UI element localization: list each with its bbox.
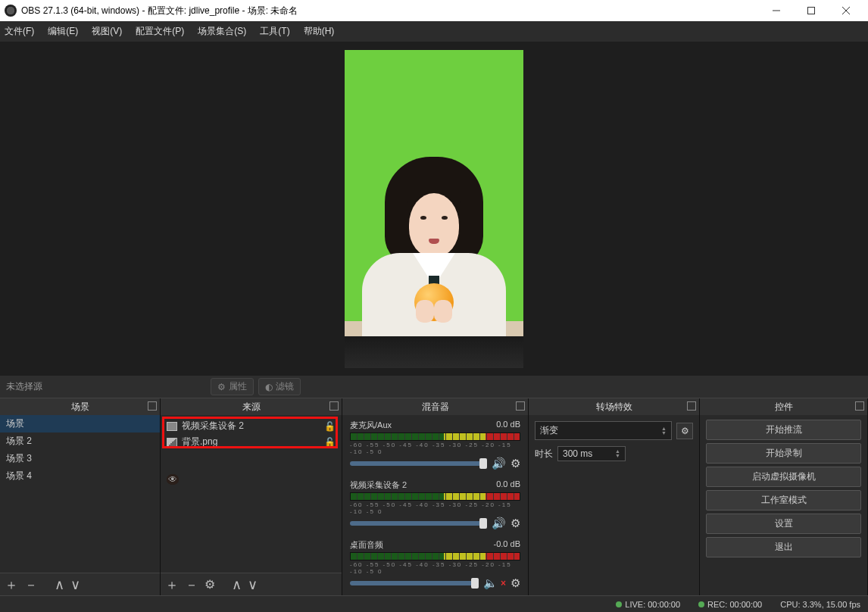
speaker-muted-icon[interactable]: 🔈 — [483, 576, 498, 590]
obs-app-icon — [5, 5, 17, 17]
exit-button[interactable]: 退出 — [706, 537, 861, 557]
chevron-updown-icon: ▲▼ — [615, 449, 620, 458]
rec-dot-icon — [698, 601, 704, 607]
lock-toggle[interactable]: 🔓 — [323, 437, 336, 448]
sources-footer: ＋ － ⚙ ∧ ∨ — [161, 573, 342, 595]
scene-down-button[interactable]: ∨ — [70, 576, 80, 593]
scenes-footer: ＋ － ∧ ∨ — [0, 573, 160, 595]
window-titlebar: OBS 27.1.3 (64-bit, windows) - 配置文件: jdl… — [0, 0, 868, 21]
db-ticks: -60 -55 -50 -45 -40 -35 -30 -25 -20 -15 … — [350, 561, 520, 575]
menu-view[interactable]: 视图(V) — [92, 25, 122, 38]
scenes-list[interactable]: 场景 场景 2 场景 3 场景 4 — [0, 415, 160, 573]
remove-source-button[interactable]: － — [185, 576, 198, 594]
transition-select[interactable]: 渐变 ▲▼ — [535, 421, 672, 440]
volume-slider[interactable] — [350, 581, 479, 585]
vu-meter — [350, 492, 520, 501]
mixer-channel: 视频采集设备 20.0 dB -60 -55 -50 -45 -40 -35 -… — [350, 479, 520, 530]
duration-spinbox[interactable]: 300 ms ▲▼ — [557, 446, 626, 461]
popout-icon[interactable] — [329, 401, 339, 411]
channel-db: 0.0 dB — [496, 420, 520, 431]
settings-button[interactable]: 设置 — [706, 514, 861, 534]
source-item[interactable]: 视频采集设备 2 👁 🔓 — [161, 418, 342, 434]
window-maximize-button[interactable] — [794, 0, 829, 21]
menu-file[interactable]: 文件(F) — [5, 25, 34, 38]
popout-icon[interactable] — [855, 401, 864, 411]
source-up-button[interactable]: ∧ — [232, 576, 242, 593]
menu-edit[interactable]: 编辑(E) — [48, 25, 78, 38]
vu-meter — [350, 432, 520, 441]
speaker-icon[interactable]: 🔊 — [492, 457, 506, 470]
popout-icon[interactable] — [148, 401, 157, 411]
db-ticks: -60 -55 -50 -45 -40 -35 -30 -25 -20 -15 … — [350, 442, 520, 455]
image-icon — [167, 438, 177, 447]
menu-profile[interactable]: 配置文件(P) — [136, 25, 184, 38]
docks-row: 场景 场景 场景 2 场景 3 场景 4 ＋ － ∧ ∨ 来源 视频采集设备 — [0, 398, 868, 595]
volume-slider[interactable] — [350, 521, 487, 526]
controls-dock: 控件 开始推流 开始录制 启动虚拟摄像机 工作室模式 设置 退出 — [700, 398, 868, 595]
sources-list[interactable]: 视频采集设备 2 👁 🔓 背景.png 👁 🔓 — [161, 415, 342, 573]
cpu-fps-readout: CPU: 3.3%, 15.00 fps — [780, 600, 860, 609]
gear-icon: ⚙ — [681, 426, 689, 436]
scenes-header[interactable]: 场景 — [0, 398, 160, 415]
channel-name: 麦克风/Aux — [350, 420, 392, 431]
preview-person — [362, 157, 506, 336]
speaker-icon[interactable]: 🔊 — [492, 517, 506, 530]
channel-name: 桌面音频 — [350, 539, 383, 551]
sources-dock: 来源 视频采集设备 2 👁 🔓 背景.png 👁 🔓 — [161, 398, 342, 595]
live-dot-icon — [616, 601, 622, 607]
add-source-button[interactable]: ＋ — [165, 576, 179, 594]
source-item[interactable]: 背景.png 👁 🔓 — [161, 434, 342, 450]
filters-icon: ◐ — [265, 382, 273, 392]
scenes-dock: 场景 场景 场景 2 场景 3 场景 4 ＋ － ∧ ∨ — [0, 398, 161, 595]
source-properties-button[interactable]: ⚙ 属性 — [211, 378, 254, 395]
source-properties-icon[interactable]: ⚙ — [205, 577, 215, 592]
svg-rect-1 — [808, 8, 815, 14]
channel-db: 0.0 dB — [496, 479, 520, 491]
mute-x-icon: × — [501, 578, 506, 589]
preview-area[interactable] — [0, 42, 868, 376]
gear-icon[interactable]: ⚙ — [510, 576, 520, 590]
scene-up-button[interactable]: ∧ — [55, 576, 64, 593]
remove-scene-button[interactable]: － — [24, 576, 38, 594]
menu-tools[interactable]: 工具(T) — [260, 25, 289, 38]
source-down-button[interactable]: ∨ — [248, 576, 258, 593]
sources-header[interactable]: 来源 — [161, 398, 342, 415]
source-filters-button[interactable]: ◐ 滤镜 — [258, 378, 301, 395]
gear-icon[interactable]: ⚙ — [510, 517, 520, 530]
start-streaming-button[interactable]: 开始推流 — [706, 420, 861, 440]
popout-icon[interactable] — [687, 401, 696, 411]
start-recording-button[interactable]: 开始录制 — [706, 443, 861, 464]
lock-toggle[interactable]: 🔓 — [323, 421, 336, 432]
db-ticks: -60 -55 -50 -45 -40 -35 -30 -25 -20 -15 … — [350, 501, 520, 515]
scene-item[interactable]: 场景 2 — [0, 432, 160, 450]
preview-keyboard — [345, 336, 523, 368]
window-title: OBS 27.1.3 (64-bit, windows) - 配置文件: jdl… — [21, 5, 759, 17]
studio-mode-button[interactable]: 工作室模式 — [706, 490, 861, 511]
mixer-body: 麦克风/Aux0.0 dB -60 -55 -50 -45 -40 -35 -3… — [342, 415, 528, 595]
popout-icon[interactable] — [516, 401, 525, 411]
scene-item[interactable]: 场景 3 — [0, 450, 160, 467]
no-source-selected-label: 未选择源 — [6, 380, 42, 393]
scene-item[interactable]: 场景 4 — [0, 467, 160, 485]
start-virtual-cam-button[interactable]: 启动虚拟摄像机 — [706, 467, 861, 487]
controls-body: 开始推流 开始录制 启动虚拟摄像机 工作室模式 设置 退出 — [700, 415, 867, 595]
transitions-dock: 转场特效 渐变 ▲▼ ⚙ 时长 300 ms ▲▼ — [529, 398, 700, 595]
controls-header[interactable]: 控件 — [700, 398, 867, 415]
vu-meter — [350, 552, 520, 560]
volume-slider[interactable] — [350, 461, 487, 466]
gear-icon[interactable]: ⚙ — [510, 457, 520, 470]
add-scene-button[interactable]: ＋ — [5, 576, 18, 594]
channel-db: -0.0 dB — [494, 539, 520, 551]
transition-props-button[interactable]: ⚙ — [676, 423, 693, 439]
menu-help[interactable]: 帮助(H) — [304, 25, 335, 38]
window-minimize-button[interactable] — [759, 0, 794, 21]
preview-canvas[interactable] — [345, 50, 523, 368]
visibility-toggle[interactable]: 👁 — [167, 474, 179, 485]
window-close-button[interactable] — [829, 0, 863, 21]
source-label: 视频采集设备 2 — [182, 420, 319, 432]
transitions-header[interactable]: 转场特效 — [529, 398, 699, 415]
mixer-header[interactable]: 混音器 — [342, 398, 528, 415]
chevron-updown-icon: ▲▼ — [661, 426, 667, 436]
menu-scene-collection[interactable]: 场景集合(S) — [198, 25, 246, 38]
scene-item[interactable]: 场景 — [0, 415, 160, 432]
